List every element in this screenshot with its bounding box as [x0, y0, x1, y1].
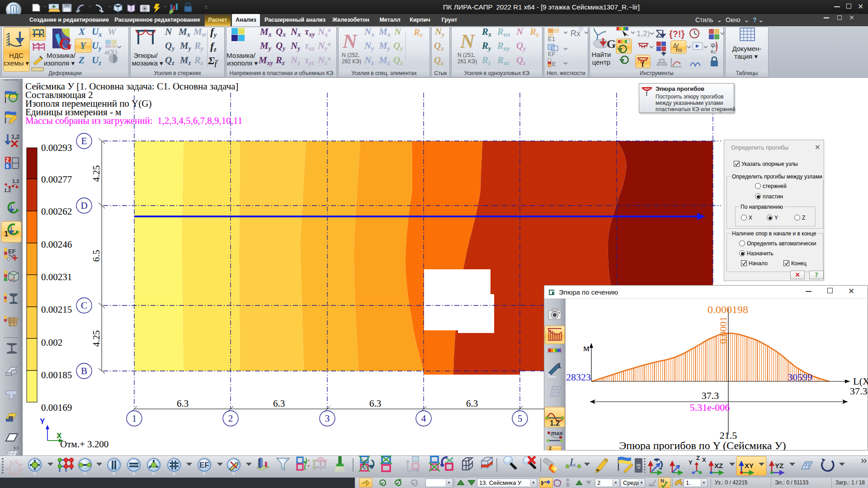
svg-text:0.00277: 0.00277 — [41, 174, 72, 185]
svg-text:C: C — [81, 300, 87, 311]
svg-text:0.00262: 0.00262 — [41, 206, 72, 217]
svg-text:0.00246: 0.00246 — [41, 239, 72, 250]
svg-text:37.3: 37.3 — [702, 390, 719, 401]
svg-text:XZ: XZ — [714, 462, 723, 469]
svg-text:30599: 30599 — [788, 371, 812, 383]
svg-text:м: м — [583, 342, 590, 353]
svg-text:4: 4 — [421, 413, 426, 424]
svg-text:3: 3 — [325, 413, 330, 424]
svg-text:0.00169: 0.00169 — [41, 402, 72, 413]
svg-text:37.3(м): 37.3(м) — [850, 385, 868, 397]
svg-text:N↓: N↓ — [660, 478, 666, 483]
svg-text:5.31e-006: 5.31e-006 — [690, 402, 730, 413]
svg-text:5: 5 — [518, 413, 523, 424]
svg-text:f: f — [646, 90, 648, 97]
svg-text:EF: EF — [199, 461, 209, 469]
svg-text:0.00185: 0.00185 — [41, 370, 72, 380]
svg-text:Z: Z — [696, 455, 700, 461]
svg-text:1: 1 — [132, 413, 137, 424]
svg-text:0.00293: 0.00293 — [41, 142, 72, 153]
svg-text:XY: XY — [745, 462, 754, 469]
svg-text:X: X — [702, 456, 706, 463]
svg-text:0.002: 0.002 — [41, 337, 62, 348]
svg-text:Отм.+ 3.200: Отм.+ 3.200 — [60, 439, 108, 450]
svg-text:Y: Y — [689, 459, 693, 466]
svg-text:Массы собраны из загружений:: Массы собраны из загружений: 1,2,3,4,5,6… — [25, 115, 242, 126]
svg-text:B: B — [81, 366, 87, 376]
svg-text:YZ: YZ — [775, 462, 783, 469]
svg-text:4.25: 4.25 — [91, 330, 102, 347]
svg-text:6.3: 6.3 — [369, 398, 381, 409]
svg-text:6.3: 6.3 — [273, 398, 285, 409]
svg-text:D: D — [80, 200, 87, 211]
svg-text:6.3: 6.3 — [466, 398, 478, 409]
svg-text:4.25: 4.25 — [91, 165, 102, 182]
svg-text:Эпюра прогибов по Y (Сейсмика: Эпюра прогибов по Y (Сейсмика У) — [619, 440, 786, 450]
svg-text:0.00215: 0.00215 — [41, 304, 72, 315]
svg-text:6.3: 6.3 — [177, 398, 189, 409]
svg-text:2: 2 — [228, 413, 233, 424]
svg-text:28323: 28323 — [566, 371, 591, 383]
svg-text:E: E — [81, 136, 87, 146]
svg-text:0.000198: 0.000198 — [708, 304, 748, 315]
svg-text:Y: Y — [40, 417, 45, 426]
svg-text:6.5: 6.5 — [91, 250, 102, 262]
svg-text:0.0001: 0.0001 — [717, 317, 729, 344]
svg-text:0.00231: 0.00231 — [41, 272, 72, 282]
